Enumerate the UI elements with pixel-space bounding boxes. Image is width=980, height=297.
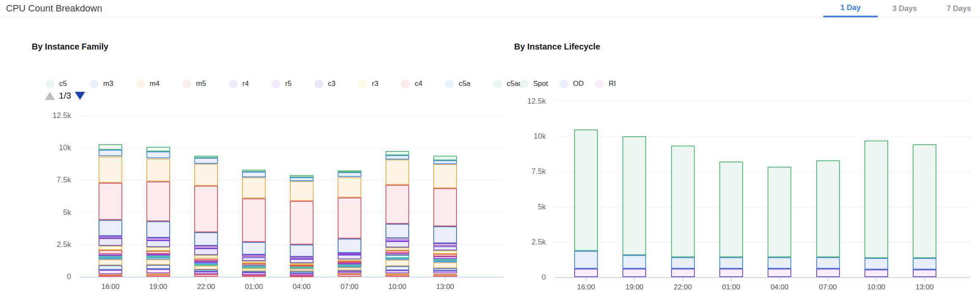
bar-16:00-segment-c3[interactable] bbox=[99, 238, 122, 246]
bar-10:00-segment-RI[interactable] bbox=[864, 270, 888, 277]
bar-13:00-segment-r4[interactable] bbox=[433, 268, 457, 271]
bar-16:00-segment-r5[interactable] bbox=[99, 270, 122, 274]
tab-1-day[interactable]: 1 Day bbox=[823, 0, 878, 17]
bar-07:00-segment-Spot[interactable] bbox=[816, 160, 840, 258]
bar-07:00-segment-m3[interactable] bbox=[338, 172, 361, 177]
bar-19:00-segment-OD[interactable] bbox=[622, 255, 646, 269]
bar-16:00-segment-m4[interactable] bbox=[99, 157, 122, 183]
bar-16:00-segment-c5[interactable] bbox=[99, 144, 122, 150]
bar-22:00-segment-m5[interactable] bbox=[194, 186, 218, 232]
bar-10:00-segment-m4[interactable] bbox=[385, 160, 409, 185]
bar-01:00-segment-m3[interactable] bbox=[242, 172, 266, 177]
bar-13:00-segment-RI[interactable] bbox=[913, 270, 936, 277]
tab-3-days[interactable]: 3 Days bbox=[878, 0, 932, 17]
bar-04:00-segment-c4[interactable] bbox=[290, 275, 314, 277]
bar-01:00-segment-OD[interactable] bbox=[719, 257, 743, 269]
bar-07:00-segment-RI[interactable] bbox=[816, 269, 840, 277]
bar-19:00-segment-m5[interactable] bbox=[146, 182, 170, 221]
bar-19:00-segment-Spot[interactable] bbox=[622, 136, 646, 255]
bar-22:00-segment-m3[interactable] bbox=[194, 158, 218, 164]
bar-19:00-segment-c4[interactable] bbox=[146, 251, 170, 254]
bar-01:00-segment-Spot[interactable] bbox=[719, 162, 743, 257]
bar-10:00-segment-r5[interactable] bbox=[385, 270, 409, 273]
bar-13:00-segment-Spot[interactable] bbox=[913, 144, 936, 258]
bar-10:00-segment-c4[interactable] bbox=[385, 275, 409, 277]
bar-10:00-segment-m4[interactable] bbox=[385, 260, 409, 266]
bar-19:00-segment-r4[interactable] bbox=[146, 265, 170, 269]
bar-16:00-segment-r3[interactable] bbox=[99, 246, 122, 250]
bar-01:00-segment-c4[interactable] bbox=[242, 275, 266, 277]
bar-16:00-segment-c4[interactable] bbox=[99, 250, 122, 254]
bar-19:00-segment-r4[interactable] bbox=[146, 221, 170, 238]
bar-04:00-segment-Spot[interactable] bbox=[768, 167, 791, 258]
bar-16:00-segment-m4[interactable] bbox=[99, 259, 122, 265]
bar-07:00-segment-m5[interactable] bbox=[338, 198, 361, 239]
bar-13:00-segment-m4[interactable] bbox=[433, 164, 457, 188]
bar-22:00-segment-m4[interactable] bbox=[194, 164, 218, 186]
bar-07:00-segment-OD[interactable] bbox=[816, 257, 840, 269]
bar-04:00-segment-m3[interactable] bbox=[290, 177, 314, 181]
bar-13:00-segment-OD[interactable] bbox=[913, 258, 936, 270]
bar-13:00-segment-r4[interactable] bbox=[433, 226, 457, 243]
bar-19:00-segment-m4[interactable] bbox=[146, 259, 170, 265]
bar-19:00-segment-m3[interactable] bbox=[146, 151, 170, 158]
bar-01:00-segment-m4[interactable] bbox=[242, 177, 266, 198]
tab-7-days[interactable]: 7 Days bbox=[932, 0, 980, 17]
bar-10:00-segment-OD[interactable] bbox=[864, 258, 888, 270]
bar-13:00-segment-m3[interactable] bbox=[433, 160, 457, 164]
bar-07:00-segment-r4[interactable] bbox=[338, 239, 361, 253]
bar-13:00-segment-c3[interactable] bbox=[433, 246, 457, 250]
bar-07:00-segment-c3[interactable] bbox=[338, 255, 361, 260]
bar-04:00-segment-c3[interactable] bbox=[290, 259, 314, 263]
bar-04:00-segment-OD[interactable] bbox=[768, 257, 791, 269]
bar-10:00-segment-r3[interactable] bbox=[385, 248, 409, 250]
bar-19:00-segment-c4[interactable] bbox=[146, 275, 170, 277]
bar-22:00-segment-Spot[interactable] bbox=[671, 146, 695, 258]
bar-04:00-segment-m5[interactable] bbox=[290, 201, 314, 245]
bar-13:00-segment-m5[interactable] bbox=[433, 188, 457, 227]
bar-01:00-segment-RI[interactable] bbox=[719, 269, 743, 277]
bar-01:00-segment-m4[interactable] bbox=[242, 268, 266, 271]
bar-22:00-segment-c4[interactable] bbox=[194, 274, 218, 277]
bar-16:00-segment-OD[interactable] bbox=[574, 251, 598, 269]
bar-04:00-segment-RI[interactable] bbox=[768, 269, 791, 277]
bar-22:00-segment-m4[interactable] bbox=[194, 266, 218, 270]
bar-10:00-segment-r4[interactable] bbox=[385, 266, 409, 270]
bar-13:00-segment-c4[interactable] bbox=[433, 275, 457, 277]
bar-07:00-segment-c4[interactable] bbox=[338, 274, 361, 277]
bar-16:00-segment-Spot[interactable] bbox=[574, 129, 598, 251]
bar-01:00-segment-m5[interactable] bbox=[242, 198, 266, 242]
bar-19:00-segment-RI[interactable] bbox=[622, 269, 646, 277]
bar-13:00-segment-m4[interactable] bbox=[433, 262, 457, 268]
bar-10:00-segment-c3[interactable] bbox=[385, 241, 409, 248]
bar-22:00-segment-r4[interactable] bbox=[194, 232, 218, 246]
bar-10:00-segment-m3[interactable] bbox=[385, 155, 409, 160]
bar-10:00-segment-c5ad[interactable] bbox=[385, 255, 409, 258]
bar-10:00-segment-m5[interactable] bbox=[385, 185, 409, 224]
bar-04:00-segment-r4[interactable] bbox=[290, 245, 314, 257]
bar-04:00-segment-m4[interactable] bbox=[290, 181, 314, 201]
bar-07:00-segment-m4[interactable] bbox=[338, 267, 361, 270]
bar-19:00-segment-c3[interactable] bbox=[146, 240, 170, 247]
bar-22:00-segment-RI[interactable] bbox=[671, 269, 695, 277]
bar-13:00-segment-r5[interactable] bbox=[433, 243, 457, 246]
bar-10:00-segment-c5[interactable] bbox=[385, 151, 409, 155]
bar-19:00-segment-c5[interactable] bbox=[146, 147, 170, 151]
bar-16:00-segment-RI[interactable] bbox=[574, 269, 598, 277]
bar-16:00-segment-r4[interactable] bbox=[99, 265, 122, 270]
bar-22:00-segment-c3[interactable] bbox=[194, 248, 218, 255]
bar-19:00-segment-r3[interactable] bbox=[146, 247, 170, 251]
bar-16:00-segment-m5[interactable] bbox=[99, 183, 122, 220]
bar-01:00-segment-c3[interactable] bbox=[242, 257, 266, 261]
bar-16:00-segment-r4[interactable] bbox=[99, 220, 122, 236]
bar-19:00-segment-r5[interactable] bbox=[146, 269, 170, 273]
bar-16:00-segment-m3[interactable] bbox=[99, 150, 122, 156]
bar-19:00-segment-m4[interactable] bbox=[146, 159, 170, 182]
bar-13:00-segment-c5[interactable] bbox=[433, 156, 457, 160]
bar-01:00-segment-r4[interactable] bbox=[242, 242, 266, 255]
bar-10:00-segment-r4[interactable] bbox=[385, 224, 409, 238]
bar-16:00-segment-c4[interactable] bbox=[99, 275, 122, 277]
bar-13:00-segment-r3[interactable] bbox=[433, 250, 457, 254]
bar-07:00-segment-m4[interactable] bbox=[338, 177, 361, 198]
bar-10:00-segment-Spot[interactable] bbox=[864, 140, 888, 258]
